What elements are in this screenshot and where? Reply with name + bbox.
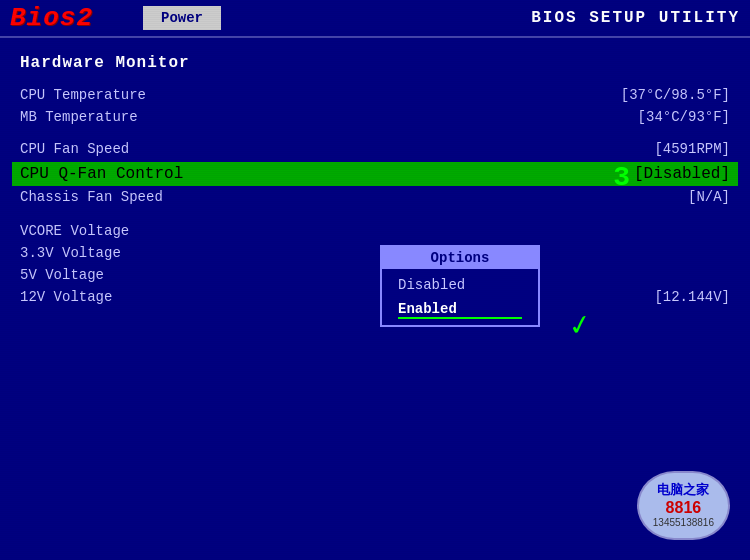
12v-voltage-value: [12.144V] <box>654 289 730 305</box>
mb-temperature-value: [34°C/93°F] <box>638 109 730 125</box>
option-enabled[interactable]: Enabled <box>382 297 538 321</box>
chassis-fan-speed-value: [N/A] <box>688 189 730 205</box>
watermark-line1: 电脑之家 <box>653 481 714 499</box>
vcore-voltage-label: VCORE Voltage <box>20 223 240 239</box>
mb-temperature-label: MB Temperature <box>20 109 240 125</box>
cpu-temperature-value: [37°C/98.5°F] <box>621 87 730 103</box>
12v-voltage-row: 12V Voltage [12.144V] <box>20 288 730 306</box>
cpu-fan-speed-value: [4591RPM] <box>654 141 730 157</box>
12v-voltage-label: 12V Voltage <box>20 289 240 305</box>
3v3-voltage-label: 3.3V Voltage <box>20 245 240 261</box>
tab-power[interactable]: Power <box>143 6 221 30</box>
main-content: Hardware Monitor CPU Temperature [37°C/9… <box>0 38 750 326</box>
options-popup: Options Disabled Enabled <box>380 245 540 327</box>
annotation-number-3: 3 <box>613 162 630 193</box>
cpu-fan-speed-label: CPU Fan Speed <box>20 141 240 157</box>
watermark: 电脑之家 8816 13455138816 <box>637 471 730 540</box>
header-bar: Bios2 Power BIOS SETUP UTILITY <box>0 0 750 38</box>
nav-tabs: Power <box>143 6 221 30</box>
cpu-qfan-control-label: CPU Q-Fan Control <box>20 165 183 183</box>
options-popup-title: Options <box>382 247 538 269</box>
5v-voltage-label: 5V Voltage <box>20 267 240 283</box>
bios-screen: Bios2 Power BIOS SETUP UTILITY Hardware … <box>0 0 750 560</box>
cpu-temperature-label: CPU Temperature <box>20 87 240 103</box>
chassis-fan-speed-label: Chassis Fan Speed <box>20 189 240 205</box>
5v-voltage-row: 5V Voltage <box>20 266 730 284</box>
vcore-voltage-row: VCORE Voltage <box>20 222 730 240</box>
3v3-voltage-row: 3.3V Voltage <box>20 244 730 262</box>
mb-temperature-row: MB Temperature [34°C/93°F] <box>20 108 730 126</box>
bios-logo: Bios2 <box>10 3 93 33</box>
voltage-section: VCORE Voltage 3.3V Voltage 5V Voltage 12… <box>20 222 730 306</box>
options-list: Disabled Enabled <box>382 269 538 325</box>
watermark-line3: 13455138816 <box>653 517 714 528</box>
cpu-qfan-control-value: [Disabled] <box>634 165 730 183</box>
watermark-line2: 8816 <box>653 499 714 517</box>
section-title: Hardware Monitor <box>20 54 730 72</box>
option-disabled[interactable]: Disabled <box>382 273 538 297</box>
cpu-temperature-row: CPU Temperature [37°C/98.5°F] <box>20 86 730 104</box>
header-title: BIOS SETUP UTILITY <box>531 9 740 27</box>
cpu-fan-speed-row: CPU Fan Speed [4591RPM] <box>20 140 730 158</box>
